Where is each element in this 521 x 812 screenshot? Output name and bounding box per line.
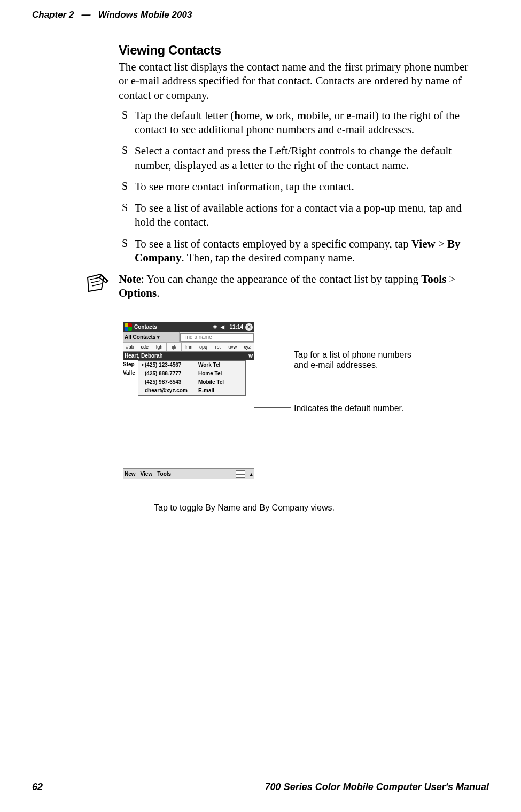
callout-text: Tap for a list of phone numbers and e-ma… xyxy=(294,350,417,370)
view-menu[interactable]: View xyxy=(141,471,153,477)
popup-label: Home Tel xyxy=(198,370,243,376)
page-number: 62 xyxy=(32,782,43,793)
list-item: To see a list of contacts employed by a … xyxy=(119,237,477,265)
header-separator xyxy=(76,10,81,20)
running-header: Chapter 2 — Windows Mobile 2003 xyxy=(32,10,489,20)
connectivity-icon xyxy=(213,324,219,330)
contact-list[interactable]: Heart, Deborah w Step Valle • (425) 123-… xyxy=(123,352,254,469)
alpha-tab[interactable]: xyz xyxy=(240,343,254,351)
intro-paragraph: The contact list displays the contact na… xyxy=(119,60,477,102)
alpha-tab[interactable]: lmn xyxy=(182,343,196,351)
popup-row[interactable]: (425) 987-6543 Mobile Tel xyxy=(138,378,245,386)
category-label: All Contacts xyxy=(125,334,155,340)
popup-row[interactable]: • (425) 123-4567 Work Tel xyxy=(138,361,245,369)
sip-keyboard-icon[interactable] xyxy=(236,470,245,478)
new-menu[interactable]: New xyxy=(125,471,136,477)
start-flag-icon[interactable] xyxy=(125,323,132,331)
popup-label: Mobile Tel xyxy=(198,379,243,385)
close-icon[interactable]: ✕ xyxy=(245,323,253,331)
contact-popup[interactable]: • (425) 123-4567 Work Tel (425) 888-7777… xyxy=(138,360,246,396)
note-icon xyxy=(85,273,110,293)
note-text: Note: You can change the appearance of t… xyxy=(119,272,477,300)
callout-line xyxy=(254,355,291,355)
popup-row[interactable]: dheart@xyz.com E-mail xyxy=(138,386,245,395)
popup-value: dheart@xyz.com xyxy=(145,388,198,393)
popup-label: E-mail xyxy=(198,388,243,393)
alpha-tab[interactable]: fgh xyxy=(152,343,167,351)
clipped-contact-rows: Step Valle xyxy=(123,360,138,377)
filter-bar: All Contacts Find a name xyxy=(123,332,254,343)
tools-menu[interactable]: Tools xyxy=(157,471,171,477)
callout-text: Tap to toggle By Name and By Company vie… xyxy=(154,502,378,513)
note-block: Note: You can change the appearance of t… xyxy=(119,272,477,300)
chapter-number: Chapter 2 xyxy=(32,10,74,20)
contact-row-selected[interactable]: Heart, Deborah w xyxy=(123,352,254,360)
popup-row[interactable]: (425) 888-7777 Home Tel xyxy=(138,369,245,378)
find-input[interactable]: Find a name xyxy=(180,333,254,342)
selected-dot-icon: • xyxy=(141,362,145,368)
contact-name: Heart, Deborah xyxy=(125,353,245,359)
chapter-title: Windows Mobile 2003 xyxy=(98,10,192,20)
sip-caret-icon[interactable]: ▴ xyxy=(250,471,253,477)
alpha-tab[interactable]: cde xyxy=(137,343,152,351)
running-footer: 62 700 Series Color Mobile Computer User… xyxy=(32,782,489,793)
popup-value: (425) 888-7777 xyxy=(145,370,198,376)
callout-text: Indicates the default number. xyxy=(294,403,433,413)
app-title: Contacts xyxy=(134,324,211,330)
title-bar[interactable]: Contacts 11:14 ✕ xyxy=(123,322,254,332)
section-heading: Viewing Contacts xyxy=(119,43,477,58)
alpha-index-tabs[interactable]: #ab cde fgh ijk lmn opq rst uvw xyz xyxy=(123,343,254,352)
callout-line xyxy=(149,486,149,499)
category-dropdown[interactable]: All Contacts xyxy=(123,332,180,342)
list-item: To see a list of available actions for a… xyxy=(119,201,477,229)
contact-row[interactable]: Valle xyxy=(123,369,138,377)
list-item: Tap the default letter (home, w ork, mob… xyxy=(119,109,477,137)
alpha-tab[interactable]: rst xyxy=(211,343,225,351)
callout-line xyxy=(254,407,291,408)
popup-label: Work Tel xyxy=(198,362,243,368)
alpha-tab[interactable]: opq xyxy=(196,343,211,351)
footer-title: 700 Series Color Mobile Computer User's … xyxy=(265,782,489,793)
body-content: Viewing Contacts The contact list displa… xyxy=(119,43,477,536)
list-item: Select a contact and press the Left/Righ… xyxy=(119,144,477,172)
page: Chapter 2 — Windows Mobile 2003 Viewing … xyxy=(0,0,521,812)
alpha-tab[interactable]: ijk xyxy=(167,343,181,351)
find-placeholder: Find a name xyxy=(182,334,212,340)
popup-value: (425) 123-4567 xyxy=(145,362,198,368)
speaker-icon xyxy=(221,324,227,330)
popup-value: (425) 987-6543 xyxy=(145,379,198,385)
instruction-list: Tap the default letter (home, w ork, mob… xyxy=(119,109,477,265)
contact-row[interactable]: Step xyxy=(123,360,138,369)
device-screenshot: Contacts 11:14 ✕ All Contacts Find a nam… xyxy=(123,322,254,479)
screenshot-figure: Contacts 11:14 ✕ All Contacts Find a nam… xyxy=(123,322,497,536)
alpha-tab[interactable]: #ab xyxy=(123,343,137,351)
default-letter[interactable]: w xyxy=(245,353,253,359)
clock[interactable]: 11:14 xyxy=(229,324,243,330)
list-item: To see more contact information, tap the… xyxy=(119,180,477,194)
status-icons xyxy=(213,324,227,330)
command-bar: New View Tools ▴ xyxy=(123,469,254,479)
header-dash: — xyxy=(82,10,91,20)
alpha-tab[interactable]: uvw xyxy=(225,343,240,351)
